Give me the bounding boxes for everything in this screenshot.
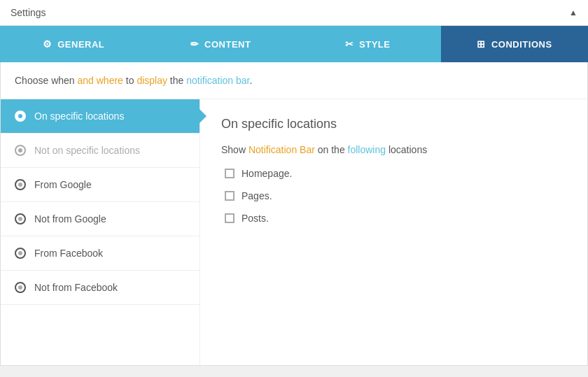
sidebar-label-from-facebook: From Facebook [34, 248, 103, 259]
radio-not-from-google [15, 213, 26, 225]
conditions-body: On specific locations Not on specific lo… [1, 99, 587, 365]
checkbox-list: Homepage. Pages. Posts. [225, 168, 566, 224]
tab-general[interactable]: ⚙ GENERAL [0, 26, 147, 62]
panel-title: On specific locations [221, 117, 566, 131]
show-following: following [348, 144, 386, 155]
content-panel: On specific locations Show Notification … [200, 99, 587, 365]
collapse-arrow[interactable]: ▲ [569, 8, 578, 17]
radio-from-google [15, 179, 26, 190]
sidebar-item-not-from-google[interactable]: Not from Google [1, 202, 200, 236]
desc-period: . [250, 75, 253, 86]
checkbox-homepage[interactable] [225, 169, 234, 178]
checkbox-posts[interactable] [225, 213, 234, 223]
show-middle: on the [315, 144, 348, 155]
checkbox-label-homepage: Homepage. [241, 168, 292, 179]
show-text: Show Notification Bar on the following l… [221, 144, 566, 155]
radio-from-facebook [15, 248, 26, 259]
checkbox-pages[interactable] [225, 191, 234, 201]
main-content: Choose when and where to display the not… [0, 62, 588, 366]
checkbox-item-posts[interactable]: Posts. [225, 213, 566, 224]
pencil-icon: ✏ [190, 38, 200, 50]
sidebar-label-not-specific-locations: Not on specific locations [34, 145, 140, 156]
sidebar-item-from-facebook[interactable]: From Facebook [1, 236, 200, 271]
sidebar-item-from-google[interactable]: From Google [1, 168, 200, 202]
desc-and-where: and where [78, 75, 123, 86]
gear-icon: ⚙ [43, 38, 52, 50]
show-prefix: Show [221, 144, 248, 155]
desc-display: display [136, 75, 167, 86]
settings-header: Settings ▲ [0, 0, 588, 26]
tab-style[interactable]: ✂ STYLE [294, 26, 441, 62]
radio-not-from-facebook [15, 282, 26, 293]
sidebar-label-specific-locations: On specific locations [34, 111, 124, 122]
sidebar-label-from-google: From Google [34, 179, 92, 190]
sidebar-item-not-specific-locations[interactable]: Not on specific locations [1, 134, 200, 168]
checkbox-label-posts: Posts. [241, 213, 269, 224]
desc-link[interactable]: notification bar [186, 75, 249, 86]
settings-title: Settings [10, 7, 46, 18]
tab-style-label: STYLE [359, 39, 390, 50]
sidebar-item-not-from-facebook[interactable]: Not from Facebook [1, 271, 200, 305]
desc-prefix: Choose when [15, 75, 78, 86]
show-notification-bar: Notification Bar [248, 144, 315, 155]
radio-specific-locations [15, 111, 26, 122]
grid-icon: ⊞ [477, 38, 486, 50]
desc-middle: to [123, 75, 136, 86]
tab-content-label: CONTENT [204, 39, 251, 50]
sidebar-item-specific-locations[interactable]: On specific locations [1, 99, 200, 134]
sidebar: On specific locations Not on specific lo… [1, 99, 200, 365]
tab-conditions-label: CONDITIONS [491, 39, 552, 50]
sidebar-label-not-from-google: Not from Google [34, 213, 106, 225]
tab-general-label: GENERAL [57, 39, 104, 50]
show-suffix: locations [386, 144, 427, 155]
checkbox-item-pages[interactable]: Pages. [225, 190, 566, 201]
tab-content[interactable]: ✏ CONTENT [147, 26, 294, 62]
checkbox-item-homepage[interactable]: Homepage. [225, 168, 566, 179]
description-bar: Choose when and where to display the not… [1, 62, 587, 99]
tab-conditions[interactable]: ⊞ CONDITIONS [441, 26, 588, 62]
scissors-icon: ✂ [345, 38, 354, 50]
radio-not-specific-locations [15, 145, 26, 156]
checkbox-label-pages: Pages. [241, 190, 272, 201]
sidebar-label-not-from-facebook: Not from Facebook [34, 282, 118, 293]
desc-suffix: the [167, 75, 186, 86]
tab-bar: ⚙ GENERAL ✏ CONTENT ✂ STYLE ⊞ CONDITIONS [0, 26, 588, 62]
